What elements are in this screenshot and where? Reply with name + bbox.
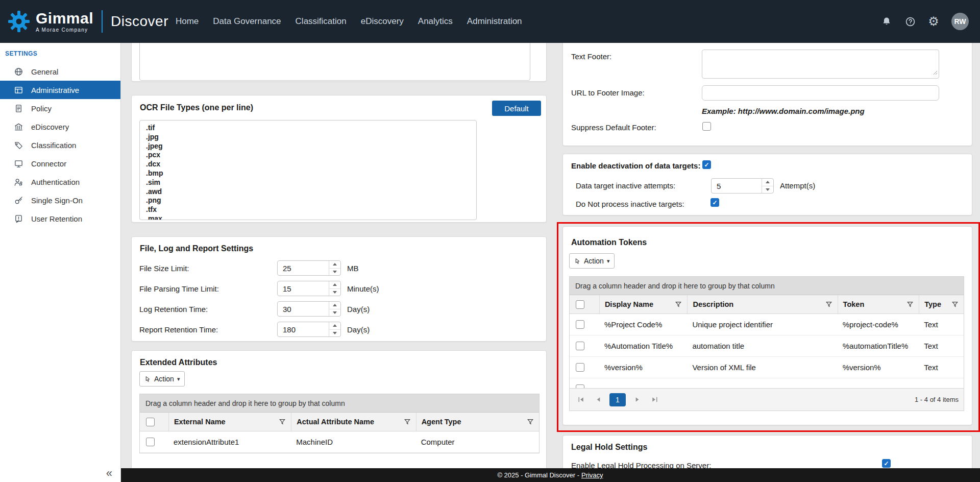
suppress-default-footer-checkbox[interactable] [702,122,711,131]
text-footer-textarea[interactable] [702,50,939,79]
extended-action-button[interactable]: Action ▾ [139,371,185,387]
extended-attributes-grid: Drag a column header and drop it here to… [139,394,540,453]
row-checkbox[interactable] [146,438,155,446]
automation-action-button[interactable]: Action ▾ [569,253,615,269]
table-row[interactable]: %Project Code% Unique project identifier… [570,314,964,335]
log-retention-input[interactable] [278,302,329,316]
column-header-type[interactable]: Type [919,295,964,314]
column-header-display-name[interactable]: Display Name [599,295,688,314]
nav-home[interactable]: Home [176,16,199,27]
skip-inactive-checkbox[interactable] [710,198,719,207]
enable-deactivation-checkbox[interactable] [702,160,711,169]
nav-analytics[interactable]: Analytics [418,16,453,27]
setting-row: File Size Limit: MB [139,260,538,276]
row-checkbox[interactable] [576,363,584,372]
filter-icon[interactable] [675,301,682,308]
column-header-agent-type[interactable]: Agent Type [416,413,539,431]
sidebar-item-user-retention[interactable]: User Retention [0,209,120,228]
table-row[interactable]: %Automation Title% automation title %aut… [570,335,964,357]
panel-title: File, Log and Report Settings [140,244,253,253]
pager-last-button[interactable] [648,394,660,406]
user-avatar[interactable]: RW [951,13,969,30]
column-header-token[interactable]: Token [838,295,919,314]
column-label: Token [843,300,865,308]
sidebar-item-policy[interactable]: Policy [0,99,120,117]
top-left-textarea[interactable] [139,43,530,81]
spinner-down-icon[interactable] [329,269,340,276]
row-checkbox[interactable] [576,342,584,350]
select-all-checkbox[interactable] [576,300,584,309]
row-select-cell [570,335,599,356]
url-footer-image-input[interactable] [702,85,939,101]
select-all-checkbox[interactable] [146,418,155,426]
filter-icon[interactable] [825,301,832,308]
sidebar-item-general[interactable]: General [0,62,120,81]
sidebar-item-ediscovery[interactable]: eDiscovery [0,117,120,136]
table-row-partial[interactable] [570,378,964,388]
bell-icon[interactable] [881,16,892,27]
settings-gear-icon[interactable]: ⚙ [928,16,939,27]
column-label: Agent Type [422,418,461,426]
spinner-up-icon[interactable] [329,302,340,309]
automation-tokens-panel: Automation Tokens Action ▾ Drag a column… [562,226,972,425]
main-content: OCR File Types (one per line) Default .t… [120,43,980,482]
spinner-up-icon[interactable] [329,281,340,289]
cell-actual-attribute-name: MachineID [291,431,415,452]
nav-data-governance[interactable]: Data Governance [213,16,281,27]
spinner-down-icon[interactable] [329,330,340,337]
enable-legal-hold-checkbox[interactable] [882,459,891,468]
filter-icon[interactable] [527,418,534,425]
sidebar-item-single-sign-on[interactable]: Single Sign-On [0,191,120,209]
help-icon[interactable] [904,16,916,27]
cell-description: automation title [687,335,837,356]
spinner-up-icon[interactable] [329,261,340,269]
inactive-attempts-input[interactable] [712,179,762,193]
spinner-down-icon[interactable] [329,309,340,317]
logo-separator [102,10,103,33]
report-retention-input[interactable] [278,322,329,336]
filter-icon[interactable] [906,301,914,308]
pager-next-button[interactable] [631,394,643,406]
spinner-up-icon[interactable] [762,179,773,186]
nav-classification[interactable]: Classification [296,16,347,27]
file-log-rows: File Size Limit: MB File Parsing Time Li… [139,260,538,337]
pager-first-button[interactable] [575,394,587,406]
sidebar-item-connector[interactable]: Connector [0,154,120,173]
table-row[interactable]: extensionAttribute1 MachineID Computer [140,431,539,453]
sidebar-collapse-button[interactable]: « [106,467,112,480]
row-checkbox[interactable] [576,320,584,329]
default-button[interactable]: Default [492,101,541,116]
sidebar-item-administrative[interactable]: Administrative [0,81,120,99]
cell-display-name: %Automation Title% [599,335,688,356]
filter-icon[interactable] [279,418,286,425]
column-header-description[interactable]: Description [687,295,837,314]
privacy-link[interactable]: Privacy [581,471,603,479]
spinner-down-icon[interactable] [762,186,773,194]
file-size-limit-input[interactable] [278,261,329,275]
sidebar-item-classification[interactable]: Classification [0,136,120,154]
column-header-actual-attribute-name[interactable]: Actual Attribute Name [291,413,415,431]
ocr-file-types-textarea[interactable]: .tif .jpg .jpeg .pcx .dcx .bmp .sim .awd… [139,120,477,220]
pager-current-page[interactable]: 1 [609,393,626,406]
gimmal-logo[interactable]: Gimmal A Morae Company Discover [0,10,168,33]
pager-previous-button[interactable] [592,394,604,406]
sidebar-item-authentication[interactable]: Authentication [0,173,120,191]
filter-icon[interactable] [404,418,411,425]
cell-token: %project-code% [838,314,919,335]
table-row[interactable]: %version% Version of XML file %version% … [570,357,964,378]
group-by-bar[interactable]: Drag a column header and drop it here to… [570,277,964,295]
file-parsing-time-input[interactable] [278,281,329,296]
group-by-bar[interactable]: Drag a column header and drop it here to… [140,394,539,413]
column-header-external-name[interactable]: External Name [168,413,291,431]
nav-ediscovery[interactable]: eDiscovery [361,16,404,27]
resize-handle-icon[interactable] [932,68,938,77]
sidebar-item-label: eDiscovery [31,123,69,131]
chevron-down-icon: ▾ [607,258,610,264]
filter-icon[interactable] [951,301,959,308]
spinner-up-icon[interactable] [329,322,340,330]
spinner-down-icon[interactable] [329,289,340,296]
nav-administration[interactable]: Administration [467,16,522,27]
row-checkbox[interactable] [576,384,584,388]
cell-description: Version of XML file [687,357,837,378]
action-label: Action [584,257,604,265]
